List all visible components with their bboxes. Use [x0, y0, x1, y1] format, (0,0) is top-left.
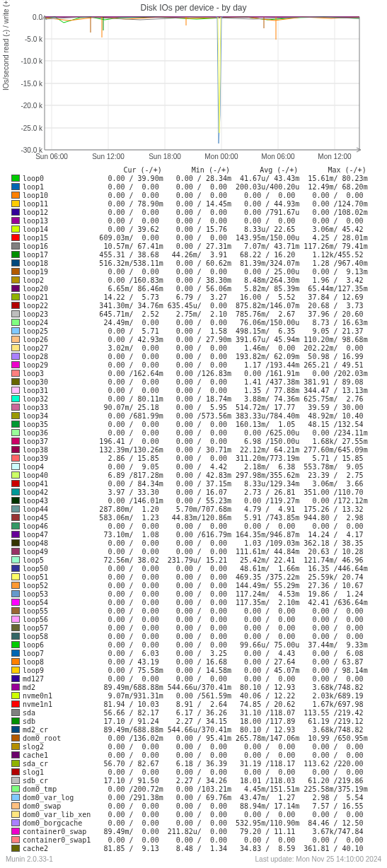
legend-row: loop25 0.00 / 5.71 0.00 / 1.58 498.15m/ …	[11, 327, 387, 335]
legend-text: md2 89.49m/688.88m 544.66u/370.41m 80.10…	[23, 684, 368, 691]
legend-text: loop55 0.00 / 0.00 0.00 / 0.00 0.00 / 0.…	[23, 607, 368, 615]
x-tick: Sun 18:00	[149, 153, 181, 160]
legend-text: loop44 287.80m/ 1.20 5.70m/707.68m 4.79 …	[23, 505, 368, 513]
legend-row: loop4 0.00 / 9.05 0.00 / 4.42 2.18m/ 6.3…	[11, 462, 387, 471]
legend-row: sdb_cr 17.10 / 91.50 2.27 / 34.26 18.01 …	[11, 776, 387, 785]
legend-row: loop33 90.07m/ 25.18 0.00 / 5.95 514.72m…	[11, 403, 387, 411]
legend-row: loop53 0.00 / 0.00 0.00 / 0.00 117.24m/ …	[11, 590, 387, 598]
legend-text: sdb_cr 17.10 / 91.50 2.27 / 34.26 18.01 …	[23, 777, 368, 785]
legend-swatch	[11, 454, 20, 462]
legend-swatch	[11, 624, 20, 631]
legend-text: loop9 0.00 / 75.58m 0.00 / 14.58m 0.00 /…	[23, 667, 368, 674]
legend-swatch	[11, 667, 20, 674]
legend-text: loop58 0.00 / 0.00 0.00 / 0.00 0.00 / 0.…	[23, 633, 368, 640]
legend-row: loop51 0.00 / 0.00 0.00 / 0.00 469.35 /3…	[11, 573, 387, 581]
legend-swatch	[11, 276, 20, 283]
legend-text: loop1 0.00 / 0.00 0.00 / 0.00 200.03u/40…	[23, 183, 368, 191]
legend-row: loop34 0.00 /681.99m 0.00 /573.56m 383.3…	[11, 411, 387, 420]
legend-row: loop19 0.00 / 0.00 0.00 / 0.00 0.00 / 25…	[11, 267, 387, 276]
legend-text: loop18 516.32m/538.11m 0.00 / 60.62m 81.…	[23, 259, 368, 267]
legend-swatch	[11, 285, 20, 292]
legend-swatch	[11, 259, 20, 266]
legend-text: nvme0n1 9.07m/931.31m 0.00 /561.59m 40.0…	[23, 692, 368, 700]
legend-text: md2_cr 89.49m/688.88m 544.66u/370.41m 80…	[23, 726, 368, 734]
legend-row: loop1 0.00 / 0.00 0.00 / 0.00 200.03u/40…	[11, 182, 387, 191]
legend-swatch	[11, 582, 20, 589]
legend-row: loop22 341.30m/ 34.76m 635.45u/ 0.00 875…	[11, 301, 387, 310]
y-tick: -25.0 k	[21, 124, 43, 132]
legend-row: loop54 0.00 / 0.00 0.00 / 0.00 117.35m/ …	[11, 598, 387, 606]
legend-row: loop23 645.71m/ 2.52 2.75m/ 2.10 785.76m…	[11, 310, 387, 318]
legend-swatch	[11, 836, 20, 843]
legend-swatch	[11, 828, 20, 835]
legend-text: loop34 0.00 /681.99m 0.00 /573.56m 383.3…	[23, 412, 368, 420]
legend-row: loop32 0.00 / 80.11m 0.00 / 18.74m 3.88m…	[11, 394, 387, 403]
legend-row: loop38 132.39m/130.26m 0.00 / 30.71m 22.…	[11, 445, 387, 454]
y-tick: -20.0 k	[21, 102, 43, 110]
legend-swatch	[11, 421, 20, 428]
legend-row: loop43 0.00 /146.01m 0.00 / 55.23m 0.00 …	[11, 496, 387, 505]
legend-row: slog1 0.00 / 0.00 0.00 / 0.00 0.00 / 0.0…	[11, 768, 387, 776]
legend-text: dom0_var_log 0.00 /291.38m 0.00 / 69.76m…	[23, 794, 368, 802]
legend-row: loop2 0.00 /160.83m 0.00 / 38.30m 8.48m/…	[11, 276, 387, 284]
legend-row: loop8 0.00 / 43.19 0.00 / 16.68 0.00 / 2…	[11, 657, 387, 666]
legend-row: loop39 2.86 / 15.85 0.00 / 0.00 311.20m/…	[11, 454, 387, 462]
legend-swatch	[11, 336, 20, 343]
legend-swatch	[11, 310, 20, 317]
legend-row: loop41 0.00 / 84.34m 0.00 / 37.15m 8.33u…	[11, 479, 387, 488]
legend-row: loop9 0.00 / 75.58m 0.00 / 14.58m 0.00 /…	[11, 666, 387, 674]
legend-swatch	[11, 777, 20, 784]
legend-swatch	[11, 590, 20, 597]
legend-row: sda 56.66 / 82.17 6.17 / 36.26 31.10 /11…	[11, 708, 387, 717]
y-tick: -10.0 k	[21, 57, 43, 65]
legend-text: loop21 14.22 / 5.73 6.79 / 3.27 16.00 / …	[23, 293, 368, 301]
legend-row: loop42 3.97 / 33.30 0.00 / 16.07 2.73 / …	[11, 488, 387, 496]
legend-text: loop27 3.02m/ 0.00 0.00 / 0.00 1.46m/ 0.…	[23, 344, 368, 352]
legend-row: loop20 6.65m/ 86.46m 0.00 / 56.06m 5.82m…	[11, 284, 387, 293]
legend-text: loop5 72.56m/ 38.02 231.79u/ 15.21 25.42…	[23, 556, 368, 564]
legend-row: loop3 0.00 /162.64m 0.00 /126.83m 0.00 /…	[11, 369, 387, 377]
legend-swatch	[11, 293, 20, 300]
legend-row: sdb 17.10 / 91.24 2.27 / 34.15 18.00 /11…	[11, 717, 387, 725]
legend-text: loop25 0.00 / 5.71 0.00 / 1.58 498.15m/ …	[23, 327, 368, 335]
legend-row: loop15 609.03m/ 0.00 0.00 / 0.00 143.95m…	[11, 233, 387, 242]
legend-swatch	[11, 785, 20, 792]
legend-row: loop21 14.22 / 5.73 6.79 / 3.27 16.00 / …	[11, 293, 387, 301]
legend-row: loop48 0.00 / 0.00 0.00 / 0.00 1.03 /109…	[11, 539, 387, 547]
legend-text: loop20 6.65m/ 86.46m 0.00 / 56.06m 5.82m…	[23, 285, 368, 293]
legend-row: loop6 0.00 / 0.00 0.00 / 0.00 99.66u/ 75…	[11, 640, 387, 649]
footer-version: Munin 2.0.33-1	[6, 855, 53, 863]
legend-row: loop40 6.89 /817.28m 0.00 / 42.83m 297.9…	[11, 471, 387, 479]
legend-swatch	[11, 234, 20, 241]
legend-swatch	[11, 370, 20, 377]
legend-text: sda 56.66 / 82.17 6.17 / 36.26 31.10 /11…	[23, 709, 368, 717]
legend-swatch	[11, 404, 20, 411]
legend-row: loop56 0.00 / 0.00 0.00 / 0.00 0.00 / 0.…	[11, 615, 387, 623]
legend-swatch	[11, 319, 20, 326]
legend-row: nvme0n1 9.07m/931.31m 0.00 /561.59m 40.0…	[11, 691, 387, 700]
legend-text: loop24 24.49m/ 0.00 0.00 / 0.00 76.06m/1…	[23, 319, 368, 327]
legend-swatch	[11, 794, 20, 801]
legend-text: loop17 455.31 / 38.68 44.26m/ 3.91 68.22…	[23, 251, 368, 259]
legend-header: Cur (-/+) Min (-/+) Avg (-/+) Max (-/+)	[11, 165, 387, 174]
legend-text: md127 0.00 / 0.00 0.00 / 0.00 0.00 / 0.0…	[23, 675, 368, 683]
legend-swatch	[11, 650, 20, 657]
chart-legend: Cur (-/+) Min (-/+) Avg (-/+) Max (-/+)l…	[11, 165, 387, 852]
legend-swatch	[11, 327, 20, 334]
legend-row: md2_cr 89.49m/688.88m 544.66u/370.41m 80…	[11, 725, 387, 734]
legend-text: loop39 2.86 / 15.85 0.00 / 0.00 311.20m/…	[23, 454, 368, 462]
legend-row: loop46 0.00 / 0.00 0.00 / 0.00 0.00 / 0.…	[11, 522, 387, 530]
legend-swatch	[11, 675, 20, 682]
legend-swatch	[11, 819, 20, 826]
legend-swatch	[11, 692, 20, 699]
legend-row: loop10 0.00 / 0.00 0.00 / 0.00 0.00 / 0.…	[11, 191, 387, 199]
legend-text: slog1 0.00 / 0.00 0.00 / 0.00 0.00 / 0.0…	[23, 768, 368, 776]
y-axis-label: IOs/second read (-) / write (+)	[3, 13, 13, 161]
legend-swatch	[11, 438, 20, 445]
legend-text: loop53 0.00 / 0.00 0.00 / 0.00 117.24m/ …	[23, 590, 368, 598]
legend-text: loop50 0.00 / 0.00 0.00 / 0.00 48.61m/ 1…	[23, 565, 368, 573]
legend-row: loop44 287.80m/ 1.20 5.70m/707.68m 4.79 …	[11, 505, 387, 513]
legend-text: container0_swap1 0.00 / 0.00 0.00 / 0.00…	[23, 836, 368, 844]
legend-text: loop49 0.00 / 0.00 0.00 / 0.00 111.61m/ …	[23, 548, 368, 556]
legend-text: loop3 0.00 /162.64m 0.00 /126.83m 0.00 /…	[23, 370, 368, 377]
